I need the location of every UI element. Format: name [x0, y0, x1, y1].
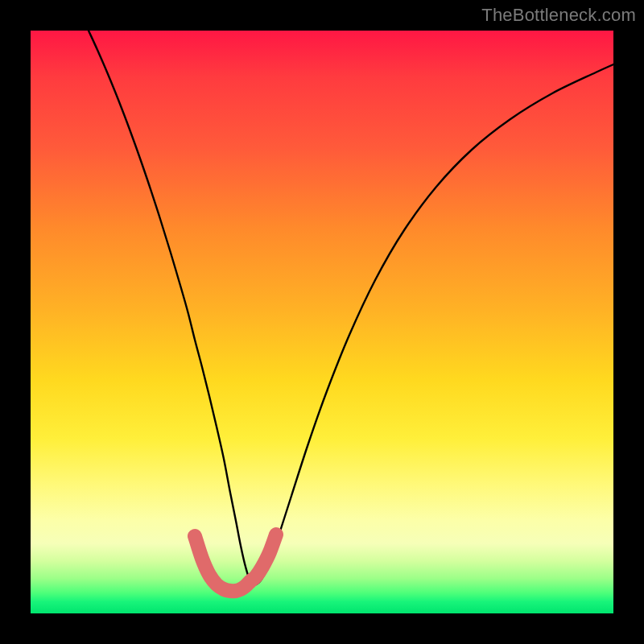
outer-frame: TheBottleneck.com: [0, 0, 644, 644]
watermark-text: TheBottleneck.com: [481, 5, 636, 26]
bottleneck-curve: [89, 31, 613, 584]
chart-plot-area: [31, 31, 613, 613]
chart-svg: [31, 31, 613, 613]
curve-highlight: [195, 535, 276, 591]
